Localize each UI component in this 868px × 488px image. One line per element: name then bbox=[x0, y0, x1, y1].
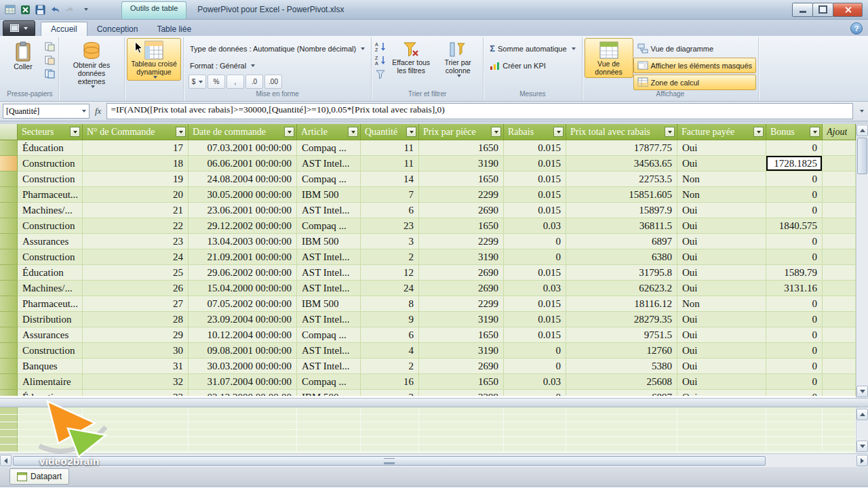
table-cell[interactable]: Oui bbox=[677, 359, 766, 374]
calc-cell[interactable] bbox=[566, 445, 677, 452]
calc-cell[interactable] bbox=[566, 437, 677, 445]
table-cell[interactable]: 30.05.2000 00:00:00 bbox=[189, 187, 297, 203]
calc-row-selector[interactable] bbox=[0, 430, 18, 437]
calc-cell[interactable] bbox=[419, 407, 504, 415]
row-selector[interactable] bbox=[0, 327, 18, 343]
expand-formula-bar-icon[interactable] bbox=[856, 110, 865, 113]
table-cell[interactable]: Compaq ... bbox=[297, 171, 361, 187]
select-all-corner[interactable] bbox=[0, 124, 18, 140]
calc-cell[interactable] bbox=[566, 407, 677, 415]
sheet-tab-datapart[interactable]: Datapart bbox=[9, 468, 69, 485]
table-cell[interactable]: 0 bbox=[504, 359, 566, 374]
add-column-cell[interactable] bbox=[823, 343, 856, 359]
table-cell[interactable]: Oui bbox=[677, 156, 766, 171]
table-cell[interactable]: 25 bbox=[83, 265, 189, 281]
table-cell[interactable]: 21.09.2001 00:00:00 bbox=[189, 249, 297, 265]
table-cell[interactable]: 18 bbox=[83, 156, 189, 171]
calc-row-selector[interactable] bbox=[0, 422, 18, 430]
table-cell[interactable]: 0 bbox=[504, 343, 566, 359]
column-header-commande[interactable]: N° de Commande bbox=[83, 124, 189, 140]
table-cell[interactable]: 17877.75 bbox=[566, 140, 677, 156]
table-cell[interactable]: Éducation bbox=[18, 140, 83, 156]
row-selector[interactable] bbox=[0, 374, 18, 390]
paste-append-icon[interactable] bbox=[43, 40, 56, 52]
currency-button[interactable]: $ bbox=[189, 75, 206, 89]
column-header-article[interactable]: Article bbox=[297, 124, 361, 140]
table-cell[interactable]: 0.015 bbox=[504, 312, 566, 327]
table-cell[interactable]: 2299 bbox=[419, 187, 504, 203]
table-cell[interactable]: Non bbox=[677, 296, 766, 312]
table-cell[interactable]: 11 bbox=[361, 156, 419, 171]
table-cell[interactable]: 2690 bbox=[419, 281, 504, 296]
column-header-facture[interactable]: Facture payée bbox=[677, 124, 766, 140]
table-cell[interactable]: 15851.605 bbox=[566, 187, 677, 203]
column-header-date[interactable]: Date de commande bbox=[189, 124, 297, 140]
table-cell[interactable]: 5380 bbox=[566, 359, 677, 374]
filter-dropdown-icon[interactable] bbox=[753, 127, 764, 137]
scroll-thumb[interactable] bbox=[857, 138, 867, 174]
calc-cell[interactable] bbox=[297, 422, 361, 430]
show-hidden-button[interactable]: Afficher les éléments masqués bbox=[633, 58, 757, 73]
table-cell[interactable]: AST Intel... bbox=[297, 265, 361, 281]
name-box[interactable]: [Quantité] bbox=[3, 104, 90, 119]
table-cell[interactable]: 0 bbox=[766, 203, 823, 218]
table-cell[interactable]: 1650 bbox=[419, 218, 504, 234]
table-cell[interactable]: 6897 bbox=[566, 390, 677, 396]
calc-cell[interactable] bbox=[18, 430, 83, 437]
table-cell[interactable]: AST Intel... bbox=[297, 359, 361, 374]
table-cell[interactable]: 28279.35 bbox=[566, 312, 677, 327]
table-cell[interactable]: 3190 bbox=[419, 312, 504, 327]
table-cell[interactable]: 06.06.2001 00:00:00 bbox=[189, 156, 297, 171]
table-cell[interactable]: Compaq ... bbox=[297, 140, 361, 156]
calc-area-button[interactable]: Zone de calcul bbox=[633, 75, 757, 90]
calc-cell[interactable] bbox=[83, 422, 189, 430]
vertical-scrollbar[interactable] bbox=[856, 124, 868, 398]
table-cell[interactable]: 10.12.2004 00:00:00 bbox=[189, 327, 297, 343]
table-cell[interactable]: 09.08.2001 00:00:00 bbox=[189, 343, 297, 359]
table-cell[interactable]: 11 bbox=[361, 140, 419, 156]
table-cell[interactable]: 1650 bbox=[419, 327, 504, 343]
table-cell[interactable]: 23 bbox=[83, 234, 189, 249]
add-column-cell[interactable] bbox=[823, 218, 856, 234]
table-cell[interactable]: Oui bbox=[677, 281, 766, 296]
table-cell[interactable]: Compaq ... bbox=[297, 374, 361, 390]
tab-accueil[interactable]: Accueil bbox=[41, 22, 87, 36]
table-cell[interactable]: 1650 bbox=[419, 374, 504, 390]
table-cell[interactable]: Compaq ... bbox=[297, 327, 361, 343]
autosum-button[interactable]: ΣSomme automatique bbox=[486, 41, 579, 56]
column-header-prix-piece[interactable]: Prix par pièce bbox=[419, 124, 504, 140]
add-column-cell[interactable] bbox=[823, 156, 856, 171]
row-selector[interactable] bbox=[0, 281, 18, 296]
calc-cell[interactable] bbox=[823, 407, 856, 415]
table-cell[interactable]: 15897.9 bbox=[566, 203, 677, 218]
calc-cell[interactable] bbox=[83, 415, 189, 422]
table-cell[interactable]: 3 bbox=[361, 234, 419, 249]
calc-cell[interactable] bbox=[419, 415, 504, 422]
qat-dropdown-icon[interactable] bbox=[78, 3, 92, 16]
calc-cell[interactable] bbox=[504, 437, 566, 445]
table-cell[interactable]: Oui bbox=[677, 374, 766, 390]
row-selector[interactable] bbox=[0, 203, 18, 218]
table-cell[interactable]: 36811.5 bbox=[566, 218, 677, 234]
scroll-right-icon[interactable] bbox=[856, 455, 868, 466]
contextual-tab-header[interactable]: Outils de table bbox=[121, 1, 186, 19]
calc-cell[interactable] bbox=[18, 437, 83, 445]
table-cell[interactable]: Pharmaceut... bbox=[18, 187, 83, 203]
table-cell[interactable]: Éducation bbox=[18, 390, 83, 396]
table-cell[interactable]: 12760 bbox=[566, 343, 677, 359]
calc-cell[interactable] bbox=[361, 430, 419, 437]
calc-row-selector[interactable] bbox=[0, 437, 18, 445]
scroll-down-icon[interactable] bbox=[856, 386, 868, 397]
table-cell[interactable]: 0 bbox=[766, 374, 823, 390]
calc-cell[interactable] bbox=[83, 407, 189, 415]
calc-cell[interactable] bbox=[566, 422, 677, 430]
table-cell[interactable]: 07.03.2001 00:00:00 bbox=[189, 140, 297, 156]
table-cell[interactable]: 0.015 bbox=[504, 187, 566, 203]
table-cell[interactable]: 24 bbox=[361, 281, 419, 296]
table-cell[interactable]: 20 bbox=[83, 187, 189, 203]
table-cell[interactable]: Oui bbox=[677, 390, 766, 396]
row-selector[interactable] bbox=[0, 249, 18, 265]
filter-dropdown-icon[interactable] bbox=[284, 127, 294, 137]
table-cell[interactable]: Construction bbox=[18, 156, 83, 171]
table-cell[interactable]: IBM 500 bbox=[297, 187, 361, 203]
